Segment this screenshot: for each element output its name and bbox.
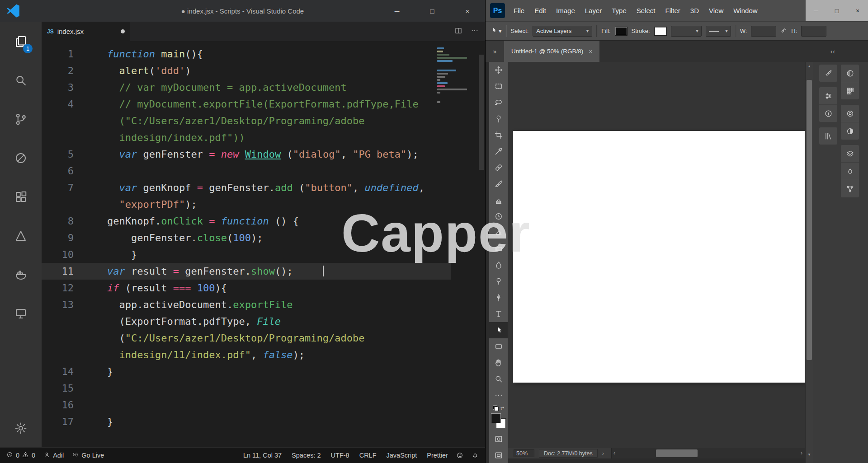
height-input[interactable] <box>801 26 826 37</box>
menu-view[interactable]: View <box>704 7 728 14</box>
tool-spot-healing-icon[interactable] <box>489 159 508 176</box>
menu-3d[interactable]: 3D <box>685 7 704 14</box>
close-button[interactable]: × <box>450 0 485 22</box>
activity-run-debug-icon[interactable] <box>10 147 32 169</box>
tab-index-jsx[interactable]: JS index.jsx <box>42 22 130 41</box>
document-canvas[interactable] <box>513 131 805 383</box>
tool-shape-icon[interactable] <box>489 338 508 355</box>
tool-quick-selection-icon[interactable] <box>489 111 508 127</box>
maximize-button[interactable]: □ <box>415 0 450 22</box>
notifications-bell-icon[interactable] <box>472 452 479 459</box>
problems-indicator[interactable]: 0 0 <box>6 451 35 459</box>
panel-paths-icon[interactable] <box>841 180 859 197</box>
code-line-9[interactable]: 9genFenster.close(100); <box>42 229 451 246</box>
fill-color-swatch[interactable] <box>615 27 627 36</box>
horizontal-scroll-thumb[interactable] <box>656 449 698 457</box>
code-line-13[interactable]: 13app.activeDocument.exportFile (ExportF… <box>42 296 451 363</box>
scroll-left-icon[interactable]: ‹ <box>613 450 615 456</box>
tool-gradient-icon[interactable] <box>489 241 508 257</box>
tool-edit-toolbar-icon[interactable] <box>489 387 508 403</box>
select-mode-dropdown[interactable]: Active Layers ▾ <box>533 26 592 37</box>
panel-adjustments-icon[interactable] <box>841 122 859 140</box>
panel-brush-settings-icon[interactable] <box>819 65 837 82</box>
activity-docker-icon[interactable] <box>10 264 32 285</box>
more-actions-icon[interactable] <box>471 27 479 37</box>
code-line-8[interactable]: 8genKnopf.onClick = function () { <box>42 213 451 229</box>
status-javascript[interactable]: JavaScript <box>387 452 417 459</box>
code-line-11[interactable]: 11var result = genFenster.show(); <box>42 263 451 280</box>
tool-clone-stamp-icon[interactable] <box>489 192 508 208</box>
horizontal-scrollbar[interactable]: ‹ › <box>611 448 805 458</box>
tool-hand-icon[interactable] <box>489 355 508 371</box>
vertical-scroll-thumb[interactable] <box>807 80 812 360</box>
editor-scrollbar[interactable] <box>479 55 484 170</box>
vertical-scrollbar[interactable]: ▴ ▾ <box>805 62 813 463</box>
code-line-1[interactable]: 1function main(){ <box>42 46 451 62</box>
status-utf-8[interactable]: UTF-8 <box>331 452 349 459</box>
vscode-titlebar[interactable]: ● index.jsx - Scripts - Visual Studio Co… <box>0 0 485 22</box>
menu-layer[interactable]: Layer <box>580 7 607 14</box>
split-editor-icon[interactable] <box>454 27 462 37</box>
tool-preset-picker[interactable]: ▾ <box>490 27 502 35</box>
code-line-12[interactable]: 12if (result === 100){ <box>42 280 451 296</box>
panel-properties-icon[interactable] <box>819 87 837 105</box>
code-editor[interactable]: 1function main(){2alert('ddd')3// var my… <box>42 41 485 447</box>
tool-history-brush-icon[interactable] <box>489 208 508 224</box>
status-chevron-icon[interactable]: › <box>602 450 604 457</box>
panel-layers-icon[interactable] <box>841 145 859 163</box>
expand-toolbar-icon[interactable]: » <box>486 41 504 62</box>
swap-colors-icon[interactable]: ⇄ <box>500 406 504 411</box>
width-input[interactable] <box>751 26 776 37</box>
menu-file[interactable]: File <box>509 7 529 14</box>
status-ln[interactable]: Ln 11, Col 37 <box>243 452 282 459</box>
code-line-4[interactable]: 4// myDocument.exportFile(ExportFormat.p… <box>42 96 451 146</box>
activity-search-icon[interactable] <box>10 70 32 91</box>
ps-minimize-button[interactable]: ─ <box>806 0 826 21</box>
code-line-10[interactable]: 10} <box>42 246 451 263</box>
foreground-background-colors[interactable] <box>491 413 506 428</box>
activity-source-control-icon[interactable] <box>10 108 32 130</box>
activity-azure-icon[interactable] <box>10 225 32 247</box>
tool-brush-icon[interactable] <box>489 176 508 192</box>
code-line-15[interactable]: 15 <box>42 380 451 397</box>
code-line-3[interactable]: 3// var myDocument = app.activeDocument <box>42 79 451 96</box>
tool-pen-icon[interactable] <box>489 290 508 306</box>
status-branch[interactable]: Adil <box>43 451 64 459</box>
menu-filter[interactable]: Filter <box>660 7 685 14</box>
tool-eyedropper-icon[interactable] <box>489 143 508 159</box>
panel-learn-icon[interactable] <box>841 105 859 122</box>
tool-zoom-icon[interactable] <box>489 371 508 387</box>
tool-crop-icon[interactable] <box>489 127 508 143</box>
foreground-color-swatch[interactable] <box>491 413 501 423</box>
default-colors-icon[interactable] <box>493 405 499 411</box>
code-line-7[interactable]: 7var genKnopf = genFenster.add ("button"… <box>42 179 451 213</box>
status-crlf[interactable]: CRLF <box>359 452 377 459</box>
scroll-up-icon[interactable]: ▴ <box>806 64 813 68</box>
code-line-6[interactable]: 6 <box>42 163 451 179</box>
menu-type[interactable]: Type <box>607 7 632 14</box>
modified-dot-icon[interactable] <box>121 29 125 33</box>
status-prettier[interactable]: Prettier <box>427 452 448 459</box>
tool-type-icon[interactable] <box>489 306 508 322</box>
stroke-width-dropdown[interactable]: ▾ <box>671 26 702 37</box>
settings-gear-icon[interactable] <box>10 417 32 439</box>
go-live-button[interactable]: Go Live <box>72 451 104 459</box>
zoom-level-field[interactable]: 50% <box>514 449 534 457</box>
menu-image[interactable]: Image <box>551 7 580 14</box>
minimize-button[interactable]: ─ <box>379 0 415 22</box>
collapse-panels-icon[interactable]: ‹‹ <box>830 41 835 62</box>
tool-lasso-icon[interactable] <box>489 94 508 111</box>
code-line-2[interactable]: 2alert('ddd') <box>42 62 451 79</box>
stroke-style-dropdown[interactable]: ▾ <box>706 26 731 37</box>
menu-edit[interactable]: Edit <box>529 7 551 14</box>
menu-select[interactable]: Select <box>632 7 660 14</box>
canvas-area[interactable]: 50% Doc: 2.77M/0 bytes › ‹ › <box>508 62 805 463</box>
screen-mode-icon[interactable] <box>489 447 508 463</box>
panel-libraries-icon[interactable] <box>819 127 837 145</box>
feedback-smiley-icon[interactable] <box>456 452 463 459</box>
panel-swatches-icon[interactable] <box>841 82 859 99</box>
code-line-17[interactable]: 17} <box>42 413 451 430</box>
close-document-icon[interactable]: × <box>589 48 592 55</box>
tool-path-selection-icon[interactable] <box>489 322 508 338</box>
panel-info-icon[interactable] <box>819 105 837 122</box>
